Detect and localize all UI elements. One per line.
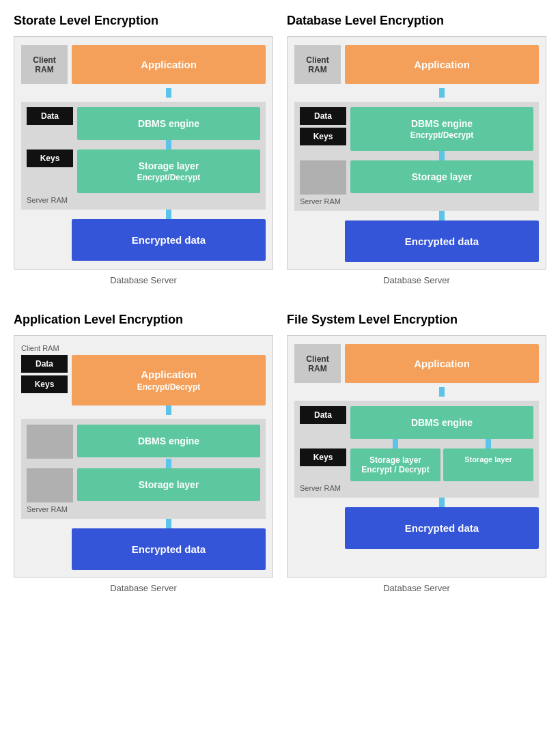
server-ram-label-2: Server RAM (300, 197, 533, 205)
data-label-2: Data (300, 107, 346, 125)
encrypted-block-2: Encrypted data (345, 220, 539, 262)
client-ram-box-4: ClientRAM (294, 344, 341, 383)
keys-label-2: Keys (300, 128, 346, 145)
server-ram-label-4: Server RAM (300, 484, 533, 492)
application-block-4: Application (345, 344, 539, 383)
storage-block-4a: Storage layer Encrypt / Decrypt (350, 448, 440, 481)
keys-label-1: Keys (27, 149, 73, 167)
encrypted-block-3: Encrypted data (72, 528, 266, 570)
application-level-section: Application Level Encryption Client RAM … (14, 313, 273, 593)
client-ram-label-3: Client RAM (21, 344, 266, 352)
server-ram-label-1: Server RAM (27, 196, 260, 204)
encrypted-block-1: Encrypted data (72, 219, 266, 261)
server-ram-label-3: Server RAM (27, 505, 260, 513)
server-section-2: Data Keys DBMS engine Encrypt/Decrypt (294, 102, 539, 211)
footer-1: Database Server (14, 275, 273, 285)
client-ram-row-2: ClientRAM Application (294, 45, 539, 84)
client-ram-box: ClientRAM (21, 45, 68, 84)
application-level-title: Application Level Encryption (14, 313, 273, 327)
storage-block-4b: Storage layer (443, 448, 533, 481)
server-section-1: Data DBMS engine Keys (21, 102, 266, 210)
client-ram-box-2: ClientRAM (294, 45, 341, 84)
data-label-4: Data (300, 406, 346, 424)
client-ram-row: ClientRAM Application (21, 45, 266, 84)
data-label-3: Data (21, 355, 68, 373)
dbms-block-4: DBMS engine (350, 406, 533, 439)
client-ram-row-4: ClientRAM Application (294, 344, 539, 383)
footer-4: Database Server (287, 583, 546, 593)
database-level-title: Database Level Encryption (287, 14, 546, 28)
filesystem-level-title: File System Level Encryption (287, 313, 546, 327)
connector-2 (166, 140, 171, 149)
split-storage-row: Storage layer Encrypt / Decrypt Storage … (350, 448, 533, 481)
storage-block-1: Storage layer Encrypt/Decrypt (77, 149, 260, 193)
keys-label-4: Keys (300, 448, 346, 466)
dbms-block-1: DBMS engine (77, 107, 260, 140)
storage-level-title: Storate Level Encryption (14, 14, 273, 28)
dbms-block-3: DBMS engine (77, 425, 260, 457)
footer-2: Database Server (287, 275, 546, 285)
storage-level-section: Storate Level Encryption ClientRAM Appli… (14, 14, 273, 285)
database-level-diagram: ClientRAM Application Data Keys (287, 36, 546, 270)
dbms-block-2: DBMS engine Encrypt/Decrypt (350, 107, 533, 151)
storage-block-2: Storage layer (350, 160, 533, 193)
server-section-3: DBMS engine Storage layer (21, 419, 266, 519)
data-label-1: Data (27, 107, 73, 125)
encrypted-block-4: Encrypted data (345, 507, 539, 549)
application-block-container: Application (72, 45, 266, 84)
filesystem-level-diagram: ClientRAM Application Data (287, 335, 546, 578)
storage-block-3: Storage layer (77, 468, 260, 501)
footer-3: Database Server (14, 583, 273, 593)
server-section-4: Data DBMS engine (294, 401, 539, 498)
storage-level-diagram: ClientRAM Application Data (14, 36, 273, 270)
application-level-diagram: Client RAM Data Keys Application Encrypt… (14, 335, 273, 578)
connector-1 (166, 88, 171, 98)
filesystem-level-section: File System Level Encryption ClientRAM A… (287, 313, 546, 593)
diagrams-grid: Storate Level Encryption ClientRAM Appli… (14, 14, 546, 593)
application-block-3: Application Encrypt/Decrypt (72, 355, 266, 405)
application-block: Application (72, 45, 266, 84)
database-level-section: Database Level Encryption ClientRAM Appl… (287, 14, 546, 285)
connector-3 (166, 210, 171, 219)
keys-label-3: Keys (21, 375, 68, 393)
application-block-2: Application (345, 45, 539, 84)
